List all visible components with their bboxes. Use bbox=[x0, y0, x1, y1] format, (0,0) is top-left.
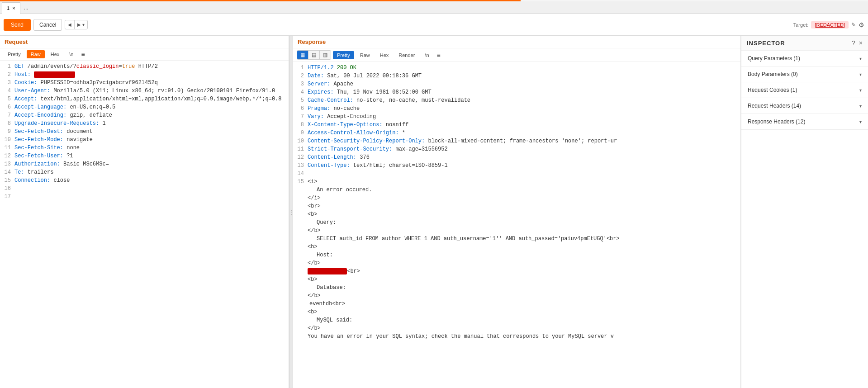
request-format-tabs: Pretty Raw Hex \n ≡ bbox=[0, 48, 289, 61]
inspector-header: INSPECTOR ? × bbox=[741, 36, 868, 51]
accordion-request-headers[interactable]: Request Headers (14) ▾ bbox=[741, 98, 868, 114]
code-line: 8X-Content-Type-Options: nosniff bbox=[295, 121, 739, 129]
response-controls: ▦ ▤ ▥ Pretty Raw Hex Render \n ≡ bbox=[293, 48, 740, 62]
response-tab-raw[interactable]: Raw bbox=[356, 51, 374, 59]
request-code-area[interactable]: 1 GET /admin/events/?classic_login=true … bbox=[0, 61, 289, 388]
accordion-request-headers-label: Request Headers (14) bbox=[748, 103, 801, 109]
code-line: 11 Sec-Fetch-Site: none bbox=[2, 144, 287, 152]
code-line: 10 Sec-Fetch-Mode: navigate bbox=[2, 136, 287, 144]
accordion-response-headers-arrow: ▾ bbox=[859, 119, 862, 124]
code-line: 15Query: bbox=[295, 218, 739, 227]
accordion-request-cookies[interactable]: Request Cookies (1) ▾ bbox=[741, 82, 868, 98]
tab-close[interactable]: × bbox=[12, 5, 15, 11]
tab-1[interactable]: 1 × bbox=[2, 2, 20, 14]
code-line: 15 <br> bbox=[295, 267, 739, 275]
toolbar: Send Cancel ◀ ▶ ▾ Target: [REDACTED] ✎ ⚙ bbox=[0, 14, 868, 36]
code-line: 15</i> bbox=[295, 194, 739, 202]
target-area: Target: [REDACTED] ✎ ⚙ bbox=[793, 21, 864, 28]
code-line: 5Cache-Control: no-store, no-cache, must… bbox=[295, 96, 739, 104]
nav-forward-button[interactable]: ▶ ▾ bbox=[75, 20, 87, 29]
code-line: 15SELECT auth_id FROM author WHERE 1 AND… bbox=[295, 235, 739, 243]
request-tab-pretty[interactable]: Pretty bbox=[4, 50, 25, 58]
code-line: 15<i> bbox=[295, 178, 739, 186]
code-line: 15</b> bbox=[295, 259, 739, 267]
code-line: 15</b> bbox=[295, 324, 739, 332]
inspector-actions: ? × bbox=[852, 39, 863, 47]
response-tab-hex[interactable]: Hex bbox=[376, 51, 393, 59]
code-line: 1 GET /admin/events/?classic_login=true … bbox=[2, 62, 287, 71]
code-line: 15</b> bbox=[295, 227, 739, 235]
nav-back-button[interactable]: ◀ bbox=[65, 20, 75, 29]
request-menu-icon[interactable]: ≡ bbox=[81, 51, 85, 58]
request-tab-hex[interactable]: Hex bbox=[47, 50, 64, 58]
accordion-body-params-label: Body Parameters (0) bbox=[748, 71, 798, 77]
accordion-request-headers-arrow: ▾ bbox=[859, 104, 862, 109]
response-tab-newline[interactable]: \n bbox=[421, 51, 433, 59]
tab-label: 1 bbox=[7, 5, 9, 11]
accordion-body-params[interactable]: Body Parameters (0) ▾ bbox=[741, 66, 868, 82]
request-tab-raw[interactable]: Raw bbox=[27, 50, 45, 58]
target-value: [REDACTED] bbox=[811, 21, 849, 28]
code-line: 8 Upgrade-Insecure-Requests: 1 bbox=[2, 119, 287, 128]
settings-icon[interactable]: ⚙ bbox=[859, 21, 864, 28]
view-btn-list[interactable]: ▤ bbox=[308, 51, 320, 59]
code-line: 11Strict-Transport-Security: max-age=315… bbox=[295, 145, 739, 153]
view-btn-wrap[interactable]: ▥ bbox=[320, 51, 331, 59]
request-tab-newline[interactable]: \n bbox=[65, 50, 77, 58]
code-line: 15<b> bbox=[295, 210, 739, 218]
code-line: 12Content-Length: 376 bbox=[295, 153, 739, 161]
code-line: 14 Te: trailers bbox=[2, 168, 287, 176]
response-tab-render[interactable]: Render bbox=[394, 51, 419, 59]
code-line: 15eventdb<br> bbox=[295, 300, 739, 308]
code-line: 15 Connection: close bbox=[2, 176, 287, 185]
code-line: 15Database: bbox=[295, 284, 739, 292]
nav-buttons: ◀ ▶ ▾ bbox=[65, 20, 88, 29]
send-button[interactable]: Send bbox=[4, 19, 31, 31]
accordion-query-params-header[interactable]: Query Parameters (1) ▾ bbox=[741, 51, 868, 66]
code-line: 3Server: Apache bbox=[295, 80, 739, 88]
accordion-body-params-header[interactable]: Body Parameters (0) ▾ bbox=[741, 66, 868, 82]
cancel-button[interactable]: Cancel bbox=[33, 19, 62, 31]
code-line: 14 bbox=[295, 170, 739, 178]
code-line: 15<b> bbox=[295, 308, 739, 316]
edit-icon[interactable]: ✎ bbox=[851, 22, 856, 28]
request-response-divider[interactable]: ⋮ bbox=[289, 36, 293, 388]
code-line: 5 Accept: text/html,application/xhtml+xm… bbox=[2, 95, 287, 103]
code-line: 1HTTP/1.2 200 OK bbox=[295, 64, 739, 72]
code-line: 15<b> bbox=[295, 275, 739, 284]
view-btn-grid[interactable]: ▦ bbox=[297, 51, 308, 59]
accordion-response-headers-header[interactable]: Response Headers (12) ▾ bbox=[741, 114, 868, 129]
tab-dots[interactable]: ... bbox=[24, 5, 28, 11]
accordion-query-params[interactable]: Query Parameters (1) ▾ bbox=[741, 51, 868, 66]
accordion-request-cookies-header[interactable]: Request Cookies (1) ▾ bbox=[741, 82, 868, 98]
code-line: 16 bbox=[2, 185, 287, 193]
code-line: 15An error occured. bbox=[295, 186, 739, 194]
code-line: 17 bbox=[2, 193, 287, 201]
inspector-title: INSPECTOR bbox=[747, 40, 785, 47]
accordion-request-cookies-arrow: ▾ bbox=[859, 88, 862, 93]
response-panel: Response ▦ ▤ ▥ Pretty Raw Hex Render \n … bbox=[293, 36, 741, 388]
response-menu-icon[interactable]: ≡ bbox=[437, 52, 441, 59]
accordion-response-headers-label: Response Headers (12) bbox=[748, 118, 805, 125]
code-line: 7Vary: Accept-Encoding bbox=[295, 113, 739, 121]
accordion-request-headers-header[interactable]: Request Headers (14) ▾ bbox=[741, 98, 868, 114]
response-tab-pretty[interactable]: Pretty bbox=[333, 51, 354, 59]
code-line: 15MySQL said: bbox=[295, 316, 739, 324]
inspector-panel: INSPECTOR ? × Query Parameters (1) ▾ Bod… bbox=[741, 36, 868, 388]
code-line: 15<b> bbox=[295, 243, 739, 251]
inspector-close-icon[interactable]: × bbox=[859, 39, 863, 47]
code-line: 2 Host: bbox=[2, 71, 287, 79]
response-panel-title: Response bbox=[293, 36, 740, 48]
response-code-area[interactable]: 1HTTP/1.2 200 OK 2Date: Sat, 09 Jul 2022… bbox=[293, 62, 740, 388]
request-panel: Request Pretty Raw Hex \n ≡ 1 GET /admin… bbox=[0, 36, 289, 388]
code-line: 9 Sec-Fetch-Dest: document bbox=[2, 128, 287, 136]
code-line: 10Content-Security-Policy-Report-Only: b… bbox=[295, 137, 739, 145]
accordion-response-headers[interactable]: Response Headers (12) ▾ bbox=[741, 114, 868, 130]
code-line: 15<br> bbox=[295, 202, 739, 210]
inspector-help-icon[interactable]: ? bbox=[852, 39, 855, 47]
accordion-query-params-arrow: ▾ bbox=[859, 56, 862, 61]
code-line: 6 Accept-Language: en-US,en;q=0.5 bbox=[2, 103, 287, 111]
main-layout: Request Pretty Raw Hex \n ≡ 1 GET /admin… bbox=[0, 36, 868, 388]
accordion-request-cookies-label: Request Cookies (1) bbox=[748, 87, 797, 93]
code-line: 15You have an error in your SQL syntax; … bbox=[295, 332, 739, 341]
